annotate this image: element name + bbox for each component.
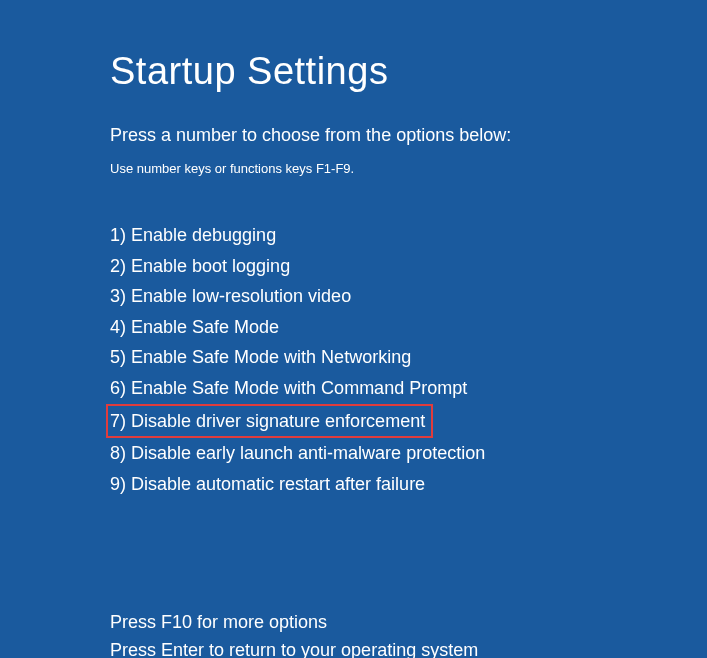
- instruction-text: Press a number to choose from the option…: [110, 125, 707, 146]
- highlighted-option: 7) Disable driver signature enforcement: [106, 404, 433, 439]
- option-5[interactable]: 5) Enable Safe Mode with Networking: [110, 342, 707, 373]
- option-4[interactable]: 4) Enable Safe Mode: [110, 312, 707, 343]
- option-1[interactable]: 1) Enable debugging: [110, 220, 707, 251]
- footer-more-options: Press F10 for more options: [110, 609, 707, 637]
- option-6[interactable]: 6) Enable Safe Mode with Command Prompt: [110, 373, 707, 404]
- startup-settings-screen: Startup Settings Press a number to choos…: [0, 0, 707, 658]
- option-3[interactable]: 3) Enable low-resolution video: [110, 281, 707, 312]
- option-2[interactable]: 2) Enable boot logging: [110, 251, 707, 282]
- option-8[interactable]: 8) Disable early launch anti-malware pro…: [110, 438, 707, 469]
- page-title: Startup Settings: [110, 50, 707, 93]
- option-9[interactable]: 9) Disable automatic restart after failu…: [110, 469, 707, 500]
- option-7[interactable]: 7) Disable driver signature enforcement: [110, 404, 707, 439]
- sub-instruction-text: Use number keys or functions keys F1-F9.: [110, 161, 707, 176]
- footer-return: Press Enter to return to your operating …: [110, 637, 707, 658]
- boot-options-list: 1) Enable debugging 2) Enable boot loggi…: [110, 220, 707, 499]
